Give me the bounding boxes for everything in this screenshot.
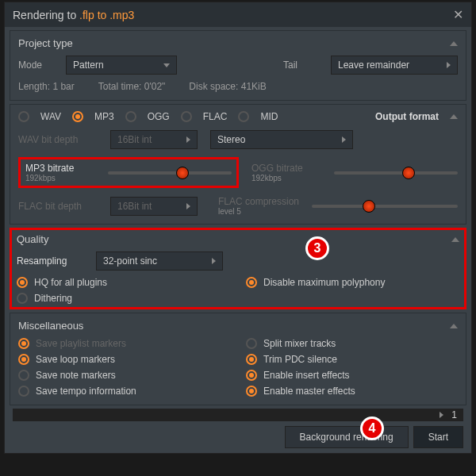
section-output-format: WAV MP3 OGG FLAC MID Output format WAV b… [10, 104, 466, 225]
radio-mid[interactable] [238, 111, 249, 122]
mp3-bitrate-value: 192kbps [25, 174, 56, 182]
chevron-right-icon [440, 412, 443, 418]
chevron-right-icon [186, 203, 190, 209]
mode-value: Pattern [73, 60, 104, 71]
section-title: Project type [18, 37, 73, 49]
progress-count: 1 [451, 409, 457, 420]
resampling-label: Resampling [17, 255, 88, 267]
radio-save-note[interactable] [18, 370, 29, 381]
disk-value: 41KiB [241, 81, 267, 92]
start-button[interactable]: Start [413, 426, 463, 448]
output-format-title: Output format [375, 111, 439, 122]
resampling-dropdown[interactable]: 32-point sinc [96, 251, 223, 271]
flac-depth-label: FLAC bit depth [18, 201, 98, 212]
wav-depth-label: WAV bit depth [18, 134, 98, 145]
titlebar: Rendering to .flp to .mp3 ✕ [5, 2, 471, 27]
background-rendering-button[interactable]: Background rendering [285, 426, 409, 448]
ogg-bitrate-slider [334, 171, 458, 175]
label-mp3: MP3 [94, 111, 114, 122]
label-mid: MID [260, 111, 278, 122]
tail-value: Leave remainder [338, 60, 409, 71]
label-save-tempo: Save tempo information [36, 386, 136, 397]
radio-save-playlist[interactable] [18, 338, 29, 349]
radio-trim-pdc[interactable] [246, 354, 257, 365]
radio-hq-plugins[interactable] [17, 277, 28, 288]
radio-dithering[interactable] [17, 293, 28, 304]
totaltime-value: 0'02" [144, 81, 166, 92]
disk-label: Disk space: [189, 81, 238, 92]
flac-depth-value: 16Bit int [117, 201, 152, 212]
flac-comp-label: FLAC compression [218, 196, 299, 207]
chevron-right-icon [186, 136, 190, 143]
chevron-down-icon [163, 63, 170, 67]
wav-depth-value: 16Bit int [117, 134, 152, 145]
label-save-playlist: Save playlist markers [36, 338, 126, 349]
stereo-dropdown[interactable]: Stereo [210, 130, 353, 149]
render-dialog: Rendering to .flp to .mp3 ✕ Project type… [4, 2, 472, 454]
chevron-up-icon[interactable] [451, 237, 459, 242]
radio-split-mixer[interactable] [246, 338, 257, 349]
progress-bar: 1 [13, 409, 463, 421]
radio-enable-insert[interactable] [246, 370, 257, 381]
tail-label: Tail [283, 60, 323, 71]
radio-flac[interactable] [181, 111, 192, 122]
mp3-bitrate-slider[interactable] [108, 171, 232, 175]
radio-save-loop[interactable] [18, 354, 29, 365]
chevron-up-icon[interactable] [450, 114, 458, 119]
callout-3: 3 [305, 236, 329, 260]
resampling-value: 32-point sinc [103, 255, 157, 267]
chevron-up-icon[interactable] [450, 324, 458, 328]
label-split-mixer: Split mixer tracks [263, 338, 336, 349]
mp3-bitrate-highlight: MP3 bitrate 192kbps [18, 157, 239, 188]
mp3-bitrate-label: MP3 bitrate [25, 163, 74, 174]
label-save-loop: Save loop markers [36, 354, 115, 365]
radio-save-tempo[interactable] [18, 386, 29, 397]
chevron-up-icon[interactable] [450, 41, 458, 46]
quality-title: Quality [17, 233, 48, 245]
wav-depth-dropdown: 16Bit int [110, 130, 198, 149]
label-trim-pdc: Trim PDC silence [263, 354, 337, 365]
label-dithering: Dithering [34, 293, 72, 304]
mode-dropdown[interactable]: Pattern [66, 56, 177, 75]
ogg-bitrate-value: 192kbps [251, 174, 282, 182]
flac-comp-slider [312, 205, 458, 208]
label-wav: WAV [40, 111, 61, 122]
label-save-note: Save note markers [36, 370, 116, 381]
misc-title: Miscellaneous [18, 320, 83, 332]
callout-4: 4 [360, 416, 384, 440]
label-enable-master: Enable master effects [263, 386, 355, 397]
totaltime-label: Total time: [98, 81, 142, 92]
close-icon[interactable]: ✕ [453, 7, 463, 22]
title-file: .flp to .mp3 [79, 9, 134, 21]
label-hq: HQ for all plugins [34, 277, 107, 288]
section-quality: 3 Quality Resampling 32-point sinc HQ fo… [10, 228, 466, 309]
chevron-right-icon [447, 62, 451, 68]
stereo-value: Stereo [217, 134, 245, 145]
tail-dropdown[interactable]: Leave remainder [331, 56, 458, 75]
section-miscellaneous: Miscellaneous Save playlist markers Spli… [10, 313, 466, 405]
length-value: 1 bar [52, 81, 74, 92]
radio-mp3[interactable] [72, 111, 83, 122]
radio-disable-poly[interactable] [246, 277, 257, 288]
label-disable-poly: Disable maximum polyphony [263, 277, 385, 288]
radio-wav[interactable] [18, 111, 29, 122]
label-flac: FLAC [203, 111, 228, 122]
title-prefix: Rendering to [13, 9, 79, 21]
chevron-right-icon [212, 258, 216, 264]
section-project-type: Project type Mode Pattern Tail Leave rem… [10, 30, 466, 101]
mode-label: Mode [18, 60, 58, 71]
label-enable-insert: Enable insert effects [263, 370, 350, 381]
length-label: Length: [18, 81, 50, 92]
flac-comp-value: level 5 [218, 207, 241, 216]
radio-enable-master[interactable] [246, 386, 257, 397]
radio-ogg[interactable] [125, 111, 136, 122]
chevron-right-icon [342, 136, 346, 143]
label-ogg: OGG [148, 111, 170, 122]
flac-depth-dropdown: 16Bit int [110, 197, 198, 216]
ogg-bitrate-label: OGG bitrate [251, 163, 303, 174]
